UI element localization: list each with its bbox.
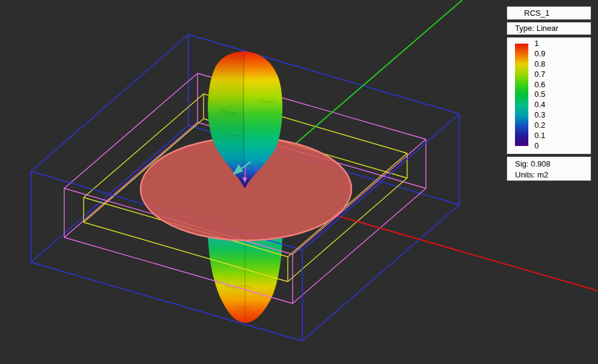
colorbar-tick-label: 0.6 (534, 81, 545, 89)
colorbar-tick-label: 0.1 (534, 131, 545, 140)
result-legend-panel: RCS_1 Type: Linear 1 0.9 0.8 0.7 0.6 0.5… (507, 6, 591, 183)
colorbar-tick-label: 0.4 (534, 101, 545, 109)
legend-colorbar-box: 1 0.9 0.8 0.7 0.6 0.5 0.4 0.3 0.2 0.1 0 (507, 37, 591, 154)
colorbar-tick-label: 0.5 (534, 90, 545, 99)
legend-title-box: RCS_1 (507, 6, 591, 20)
colorbar-tick-label: 0.7 (534, 70, 545, 79)
units-value: Units: m2 (515, 170, 591, 180)
sig-value: Sig: 0.908 (515, 159, 591, 170)
result-type: Type: Linear (515, 24, 559, 33)
colorbar-tick-label: 1 (534, 39, 545, 48)
colorbar-tick-label: 0.3 (534, 111, 545, 119)
colorbar-labels: 1 0.9 0.8 0.7 0.6 0.5 0.4 0.3 0.2 0.1 0 (534, 39, 545, 150)
lower-lobe-seam (245, 240, 245, 322)
colorbar-tick-label: 0 (534, 142, 545, 150)
colorbar-gradient (515, 44, 528, 146)
colorbar-tick-label: 0.9 (534, 50, 545, 58)
result-name: RCS_1 (524, 8, 550, 18)
legend-stats-box: Sig: 0.908 Units: m2 (507, 156, 591, 181)
legend-type-box: Type: Linear (507, 22, 591, 35)
colorbar-tick-label: 0.8 (534, 60, 545, 68)
colorbar-tick-label: 0.2 (534, 121, 545, 130)
